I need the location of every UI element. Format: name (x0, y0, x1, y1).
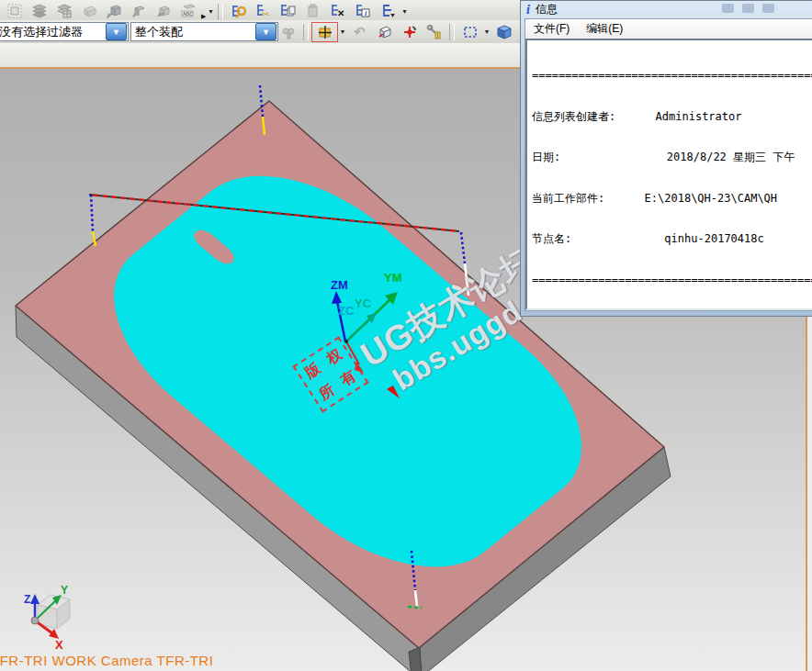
toolbar-separator (449, 24, 455, 40)
information-window: i 信息 文件(F) 编辑(E) =======================… (520, 0, 812, 317)
info-line: 信息列表创建者: Administrator (532, 109, 812, 125)
orient-wcs-icon[interactable] (397, 23, 422, 41)
selection-scope-value: 整个装配 (135, 24, 183, 40)
info-window-content: ========================================… (525, 39, 812, 310)
marquee-select-icon[interactable] (457, 23, 482, 41)
svg-text:✕: ✕ (337, 8, 344, 18)
cut-tree-icon[interactable]: ✂ (251, 2, 276, 20)
copy-tree-icon[interactable] (276, 2, 300, 20)
info-icon: i (526, 4, 530, 17)
tree-options-icon[interactable] (375, 2, 400, 20)
tree-info-icon[interactable]: i (350, 2, 375, 20)
info-line: 当前工作部件: E:\2018\QH-23\CAM\QH (532, 191, 812, 207)
triad-z-arrow (30, 594, 39, 604)
wcs-ym-label: YM (384, 271, 402, 285)
stamp-char: 权 (323, 344, 346, 368)
move-component-icon[interactable] (126, 2, 151, 20)
nx-application: { "toolbar_row1": { "abc_label": "ABC" }… (0, 0, 812, 671)
component-box-icon[interactable] (76, 2, 101, 20)
selection-filter-value: 没有选择过滤器 (0, 24, 83, 40)
find-component-icon[interactable] (276, 23, 300, 41)
part-side-corner-facet[interactable] (409, 647, 422, 671)
info-line: ========================================… (532, 68, 812, 84)
paste-tree-icon[interactable] (300, 2, 325, 20)
toolbar-separator (218, 4, 223, 20)
show-hide-icon[interactable] (372, 23, 397, 41)
selection-filter-combo[interactable]: 没有选择过滤器 ▼ (0, 22, 129, 41)
wave-geometry-linker-icon[interactable] (226, 2, 251, 20)
view-camera-label: TFR-TRI WORK Camera TFR-TRI (0, 653, 213, 668)
layers-grid-icon[interactable] (51, 2, 76, 20)
annotation-dropdown-caret[interactable]: ▾ (206, 2, 215, 20)
svg-text:ABC: ABC (183, 11, 193, 17)
snap-point-caret[interactable]: ▾ (338, 23, 347, 41)
triad-z-label: Z (24, 593, 30, 606)
background-window-ghost-icons (722, 4, 774, 13)
screen-layout-icon[interactable] (2, 2, 27, 20)
triad-y-label: Y (61, 584, 68, 597)
marquee-select-caret[interactable]: ▾ (482, 23, 491, 41)
wcs-yc-label: YC (355, 296, 372, 310)
snap-point-icon[interactable] (311, 22, 338, 42)
view-triad: Z Y X (24, 584, 70, 652)
info-line: ========================================… (532, 273, 812, 288)
info-line: 日期: 2018/8/22 星期三 下午 (532, 150, 812, 165)
toolbar-separator (303, 24, 309, 40)
menu-file[interactable]: 文件(F) (525, 19, 578, 39)
stamp-char: 有 (337, 366, 360, 390)
layers-stack-icon[interactable] (27, 2, 51, 20)
stamp-char: 版 (301, 359, 324, 383)
pattern-component-icon[interactable] (151, 2, 175, 20)
svg-text:✂: ✂ (262, 9, 269, 19)
info-line: 节点名: qinhu-20170418c (532, 231, 812, 247)
selection-scope-dropdown-icon[interactable]: ▼ (255, 23, 276, 40)
undo-icon[interactable]: ↶ (347, 23, 372, 41)
shaded-view-icon[interactable] (491, 23, 516, 41)
selection-filter-dropdown-icon[interactable]: ▼ (106, 23, 127, 40)
info-window-body: 文件(F) 编辑(E) ============================… (524, 18, 812, 311)
triad-x-label: X (55, 638, 63, 652)
toolbar-overflow-caret[interactable]: ▾ (400, 2, 409, 20)
info-window-menubar: 文件(F) 编辑(E) (525, 19, 812, 39)
wcs-zm-label: ZM (331, 278, 348, 292)
info-window-title-bar[interactable]: i 信息 (521, 1, 812, 18)
move-object-icon[interactable] (422, 23, 446, 41)
add-component-icon[interactable] (101, 2, 126, 20)
info-window-title: 信息 (536, 2, 558, 17)
stamp-char: 所 (315, 380, 338, 404)
annotation-abc-icon[interactable]: ABC (175, 2, 200, 20)
delete-tree-icon[interactable]: ✕ (325, 2, 350, 20)
selection-scope-combo[interactable]: 整个装配 ▼ (130, 22, 278, 41)
wcs-zc-label: ZC (338, 304, 355, 318)
menu-edit[interactable]: 编辑(E) (578, 19, 631, 39)
view-triad-cube (38, 595, 70, 629)
